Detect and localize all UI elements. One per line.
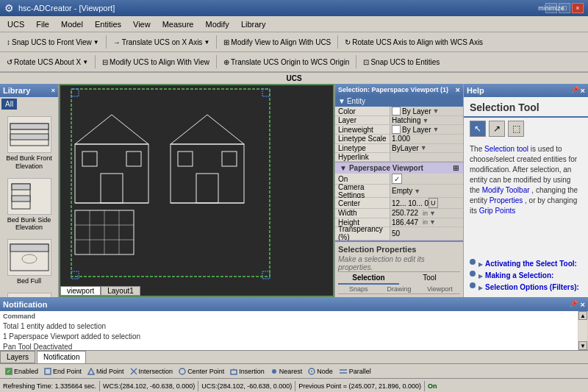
snap-centerpoint[interactable]: Center Point bbox=[176, 368, 226, 375]
select-tool-icon[interactable]: ⬚ bbox=[508, 121, 524, 137]
arrow-tool-icon[interactable]: ↗ bbox=[489, 121, 505, 137]
lt-dropdown-icon[interactable]: ▼ bbox=[420, 144, 427, 152]
entity-section[interactable]: ▼ Entity bbox=[335, 96, 463, 107]
activating-link[interactable]: Activating the Select Tool: bbox=[485, 260, 577, 268]
snap-intersection[interactable]: Intersection bbox=[128, 368, 176, 375]
notif-tab-layers[interactable]: Layers bbox=[0, 351, 35, 363]
expand-arrow3-icon[interactable]: ▶ bbox=[478, 285, 483, 291]
snap-parallel[interactable]: Parallel bbox=[337, 368, 373, 375]
on-checkbox[interactable]: ✓ bbox=[392, 174, 402, 184]
translate-ucs-origin-btn[interactable]: ⊕ Translate UCS Origin to WCS Origin bbox=[220, 54, 353, 69]
selection-options-link[interactable]: Selection Options (Filters): bbox=[485, 283, 579, 291]
transparency-input[interactable] bbox=[392, 229, 421, 238]
toolbar-row1: ↕ Snap UCS to Front View ▼ → Translate U… bbox=[0, 32, 588, 52]
notification-scrollbar[interactable]: ▲ ▼ bbox=[578, 311, 588, 350]
on-status: On bbox=[428, 382, 437, 390]
maximize-button[interactable]: □ bbox=[559, 3, 570, 13]
close-button[interactable]: × bbox=[572, 3, 584, 13]
menu-measure[interactable]: Measure bbox=[157, 18, 200, 30]
center-btn[interactable]: U bbox=[429, 198, 438, 208]
snap-endpoint[interactable]: End Point bbox=[42, 368, 84, 375]
translate-ucs-x-btn[interactable]: → Translate UCS on X Axis ▼ bbox=[110, 35, 214, 49]
pv-center-row: Center 12... 10... 0 U bbox=[335, 198, 463, 209]
snap-enabled[interactable]: ✓ Enabled bbox=[3, 368, 40, 375]
camera-dropdown-icon[interactable]: ▼ bbox=[414, 188, 420, 195]
rotate-ucs-wcs-btn[interactable]: ↻ Rotate UCS Axis to Align with WCS Axis bbox=[341, 35, 487, 49]
grip-points-keyword[interactable]: Grip Points bbox=[479, 207, 515, 215]
app-icon: ⚙ bbox=[4, 2, 14, 14]
pv-section[interactable]: ▼ Paperspace Viewport ⊞ bbox=[335, 162, 463, 174]
viewport-area[interactable]: viewport Layout1 bbox=[59, 84, 334, 297]
sel-subtab-drawing[interactable]: Drawing bbox=[379, 285, 419, 293]
insertion-label: Insertion bbox=[239, 368, 265, 375]
notification-header: Notification 📌 × bbox=[0, 298, 588, 311]
pv-expand-icon[interactable]: ⊞ bbox=[453, 164, 459, 172]
menu-file[interactable]: File bbox=[30, 18, 55, 30]
menu-ucs[interactable]: UCS bbox=[1, 18, 30, 30]
prop-scale-value[interactable] bbox=[390, 135, 463, 143]
hyperlink-input[interactable] bbox=[392, 153, 462, 161]
snap-insertion[interactable]: Insertion bbox=[228, 368, 267, 375]
svg-rect-1 bbox=[10, 124, 49, 129]
sel-subtab-viewport[interactable]: Viewport bbox=[420, 285, 460, 293]
help-close-icon[interactable]: × bbox=[581, 86, 585, 95]
snap-midpoint[interactable]: Mid Point bbox=[85, 368, 126, 375]
list-item[interactable]: Bed Full bbox=[1, 235, 57, 289]
minimize-button[interactable]: minimize bbox=[545, 3, 557, 13]
snap-ucs-front-btn[interactable]: ↕ Snap UCS to Front View ▼ bbox=[3, 35, 103, 49]
list-item[interactable]: Bed Bunk Front Elevation bbox=[1, 113, 57, 174]
intersection-icon bbox=[130, 368, 137, 375]
layer-dropdown-icon[interactable]: ▼ bbox=[422, 117, 429, 124]
sel-tab-selection[interactable]: Selection bbox=[338, 272, 399, 285]
color-dropdown-icon[interactable]: ▼ bbox=[432, 107, 439, 115]
enabled-checkbox[interactable]: ✓ bbox=[5, 368, 12, 375]
notif-close-icon[interactable]: × bbox=[581, 300, 585, 309]
notif-pin-icon[interactable]: 📌 bbox=[570, 300, 578, 309]
sel-subtab-snaps[interactable]: Snaps bbox=[338, 285, 379, 293]
modify-view-align-btn[interactable]: ⊞ Modify View to Align With UCS bbox=[220, 35, 334, 49]
rotate-ucs-x-btn[interactable]: ↺ Rotate UCS About X ▼ bbox=[3, 54, 92, 69]
menu-library[interactable]: Library bbox=[235, 18, 272, 30]
help-pin-icon[interactable]: 📌 bbox=[571, 86, 579, 95]
height-dropdown-icon[interactable]: ▼ bbox=[429, 218, 436, 226]
library-close-btn[interactable]: × bbox=[51, 87, 55, 94]
list-item[interactable]: Bed Full Front Elevation bbox=[1, 289, 57, 297]
scroll-down-btn[interactable]: ▼ bbox=[578, 341, 587, 350]
filter-all-btn[interactable]: All bbox=[1, 99, 17, 110]
width-input[interactable] bbox=[392, 209, 421, 217]
nearest-label: Nearest bbox=[279, 368, 303, 375]
expand-arrow2-icon[interactable]: ▶ bbox=[478, 273, 483, 279]
menu-view[interactable]: View bbox=[127, 18, 157, 30]
menu-modify[interactable]: Modify bbox=[199, 18, 234, 30]
notification-text-area[interactable]: Command Total 1 entity added to selectio… bbox=[0, 311, 578, 350]
menu-model[interactable]: Model bbox=[55, 18, 89, 30]
viewport-tab-layout1[interactable]: Layout1 bbox=[101, 286, 140, 296]
menu-entities[interactable]: Entities bbox=[89, 18, 127, 30]
modify-ucs-view-btn[interactable]: ⊟ Modify UCS to Align With View bbox=[98, 54, 213, 69]
scroll-up-btn[interactable]: ▲ bbox=[578, 311, 587, 320]
viewport-tab-main[interactable]: viewport bbox=[60, 286, 101, 296]
pv-transparency-value[interactable] bbox=[390, 227, 463, 240]
svg-rect-35 bbox=[71, 271, 79, 279]
snap-nearest[interactable]: Nearest bbox=[268, 368, 305, 375]
height-input[interactable] bbox=[392, 218, 421, 227]
properties-keyword[interactable]: Properties bbox=[490, 196, 523, 204]
snap-ucs-entities-btn[interactable]: ⊡ Snap UCS to Entities bbox=[359, 54, 443, 69]
list-item[interactable]: Bed Bunk Side Elevation bbox=[1, 174, 57, 236]
menu-bar: UCS File Model Entities View Measure Mod… bbox=[0, 16, 588, 32]
notif-tab-notification[interactable]: Notification bbox=[37, 351, 86, 363]
centerpoint-icon bbox=[179, 368, 186, 375]
snap-node[interactable]: Node bbox=[306, 368, 335, 375]
properties-close-btn[interactable]: × bbox=[456, 85, 460, 94]
width-dropdown-icon[interactable]: ▼ bbox=[429, 210, 436, 217]
scale-input[interactable] bbox=[392, 135, 462, 143]
sel-tab-tool[interactable]: Tool bbox=[399, 272, 460, 285]
svg-rect-42 bbox=[231, 370, 237, 374]
prop-color-value: By Layer ▼ bbox=[390, 107, 463, 115]
modify-toolbar-keyword[interactable]: Modify Toolbar bbox=[482, 186, 530, 194]
prop-hyperlink-value[interactable] bbox=[390, 153, 463, 161]
lw-dropdown-icon[interactable]: ▼ bbox=[432, 126, 439, 133]
cursor-tool-icon[interactable]: ↖ bbox=[470, 121, 486, 137]
making-selection-link[interactable]: Making a Selection: bbox=[485, 271, 553, 279]
expand-arrow-icon[interactable]: ▶ bbox=[478, 261, 483, 268]
